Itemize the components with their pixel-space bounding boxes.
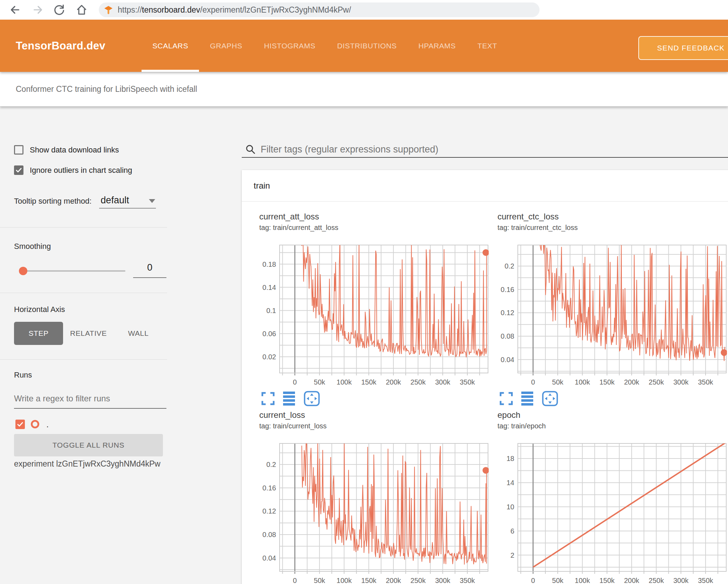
chart-toolbar (500, 391, 728, 406)
url-path: /experiment/lzGnETjwRxC3yghNMd4kPw/ (200, 5, 351, 14)
tab-histograms[interactable]: HISTOGRAMS (253, 20, 327, 72)
svg-text:0.1: 0.1 (266, 307, 276, 314)
svg-text:250k: 250k (649, 577, 664, 584)
brand-title[interactable]: TensorBoard.dev (16, 20, 105, 72)
svg-text:350k: 350k (460, 577, 475, 584)
toggle-y-axis-icon[interactable] (282, 391, 296, 406)
ignore-outliers-checkbox-row[interactable]: Ignore outliers in chart scaling (14, 165, 132, 175)
run-checkbox[interactable] (15, 420, 25, 429)
svg-text:300k: 300k (435, 378, 451, 386)
chart-block-current_att_loss: current_att_losstag: train/current_att_l… (259, 211, 490, 406)
svg-text:350k: 350k (698, 378, 713, 386)
svg-text:10: 10 (507, 503, 514, 511)
expand-chart-icon[interactable] (261, 391, 275, 406)
svg-text:250k: 250k (411, 378, 426, 386)
browser-home-icon[interactable] (75, 3, 88, 16)
svg-text:0.08: 0.08 (501, 332, 514, 340)
smoothing-slider-track[interactable] (20, 270, 125, 272)
tooltip-sorting-dropdown[interactable]: default (99, 195, 156, 209)
svg-text:0.12: 0.12 (262, 507, 276, 515)
chart-plot-current_loss[interactable]: 0.040.080.120.160.2050k100k150k200k250k3… (259, 440, 489, 584)
experiment-id-label: experiment lzGnETjwRxC3yghNMd4kPw (14, 459, 160, 469)
series-end-dot (482, 467, 489, 474)
svg-text:0.04: 0.04 (262, 554, 276, 562)
toggle-all-runs-button[interactable]: TOGGLE ALL RUNS (14, 434, 163, 456)
train-group-title: train (254, 181, 270, 191)
show-download-links-checkbox[interactable] (14, 145, 23, 155)
ignore-outliers-checkbox[interactable] (14, 165, 23, 175)
svg-text:150k: 150k (361, 577, 377, 584)
svg-text:200k: 200k (624, 577, 639, 584)
svg-text:300k: 300k (435, 577, 451, 584)
svg-text:300k: 300k (673, 577, 689, 584)
smoothing-value[interactable]: 0 (133, 262, 166, 278)
toggle-y-axis-icon[interactable] (521, 391, 534, 406)
svg-text:0.2: 0.2 (504, 262, 514, 270)
svg-text:0: 0 (531, 378, 535, 386)
browser-toolbar: https://tensorboard.dev/experiment/lzGnE… (0, 0, 728, 20)
svg-text:0.04: 0.04 (501, 356, 514, 364)
browser-forward-icon[interactable] (31, 3, 44, 16)
svg-text:100k: 100k (337, 378, 352, 386)
axis-option-wall[interactable]: WALL (114, 322, 163, 345)
pan-zoom-icon[interactable] (303, 391, 320, 406)
tab-distributions[interactable]: DISTRIBUTIONS (326, 20, 407, 72)
tab-text[interactable]: TEXT (467, 20, 508, 72)
tag-filter-input[interactable] (261, 144, 728, 155)
runs-label: Runs (14, 371, 32, 380)
tensorboard-favicon (104, 5, 113, 15)
svg-text:50k: 50k (552, 577, 564, 584)
chart-plot-epoch[interactable]: 26101418050k100k150k200k250k300k350k (497, 440, 727, 584)
svg-text:14: 14 (507, 479, 514, 487)
runs-filter-input[interactable] (14, 389, 166, 409)
svg-text:2: 2 (510, 551, 514, 559)
train-group-card: train current_att_losstag: train/current… (242, 170, 728, 584)
chart-toolbar (261, 391, 490, 406)
run-list-item: . (15, 418, 49, 430)
horizontal-axis-label: Horizontal Axis (14, 305, 65, 314)
chart-block-current_loss: current_losstag: train/current_loss0.040… (259, 410, 490, 584)
svg-text:200k: 200k (386, 378, 401, 386)
svg-text:200k: 200k (386, 577, 401, 584)
series-end-dot (482, 249, 489, 256)
chart-plot-current_ctc_loss[interactable]: 0.040.080.120.160.2050k100k150k200k250k3… (497, 242, 727, 389)
tooltip-sorting-row: Tooltip sorting method: default (14, 195, 156, 209)
settings-sidebar: Show data download links Ignore outliers… (0, 107, 242, 584)
run-color-circle-icon[interactable] (31, 420, 39, 428)
tooltip-sorting-value: default (101, 195, 129, 205)
tab-graphs[interactable]: GRAPHS (199, 20, 253, 72)
expand-chart-icon[interactable] (500, 391, 513, 406)
svg-text:0: 0 (531, 577, 535, 584)
svg-text:18: 18 (507, 455, 514, 462)
axis-option-relative[interactable]: RELATIVE (63, 322, 114, 345)
pan-zoom-icon[interactable] (542, 391, 558, 406)
run-name: . (46, 422, 49, 426)
tag-filter-bar (242, 142, 728, 158)
svg-text:150k: 150k (599, 378, 615, 386)
svg-text:150k: 150k (361, 378, 377, 386)
chart-tag: tag: train/current_att_loss (259, 223, 490, 232)
svg-text:0: 0 (293, 577, 297, 584)
chart-tag: tag: train/epoch (497, 422, 728, 430)
smoothing-slider-thumb[interactable] (19, 267, 27, 275)
send-feedback-button[interactable]: SEND FEEDBACK (638, 36, 728, 60)
show-download-links-checkbox-row[interactable]: Show data download links (14, 145, 119, 155)
axis-option-step[interactable]: STEP (14, 322, 63, 345)
train-group-header[interactable]: train (242, 170, 728, 202)
svg-text:250k: 250k (411, 577, 426, 584)
svg-text:250k: 250k (649, 378, 664, 386)
tensorboard-page: https://tensorboard.dev/experiment/lzGnE… (0, 0, 728, 584)
svg-text:300k: 300k (673, 378, 689, 386)
svg-text:0.18: 0.18 (262, 260, 276, 268)
svg-text:350k: 350k (460, 378, 475, 386)
browser-reload-icon[interactable] (53, 3, 66, 16)
address-bar[interactable]: https://tensorboard.dev/experiment/lzGnE… (99, 2, 540, 17)
tab-hparams[interactable]: HPARAMS (407, 20, 467, 72)
tab-scalars[interactable]: SCALARS (142, 20, 199, 72)
browser-back-icon[interactable] (8, 3, 22, 16)
horizontal-axis-options: STEPRELATIVEWALL (14, 322, 163, 345)
chart-plot-current_att_loss[interactable]: 0.020.060.10.140.18050k100k150k200k250k3… (259, 242, 489, 389)
charts-grid: current_att_losstag: train/current_att_l… (259, 211, 728, 584)
svg-text:100k: 100k (337, 577, 352, 584)
svg-text:0.16: 0.16 (501, 286, 514, 293)
